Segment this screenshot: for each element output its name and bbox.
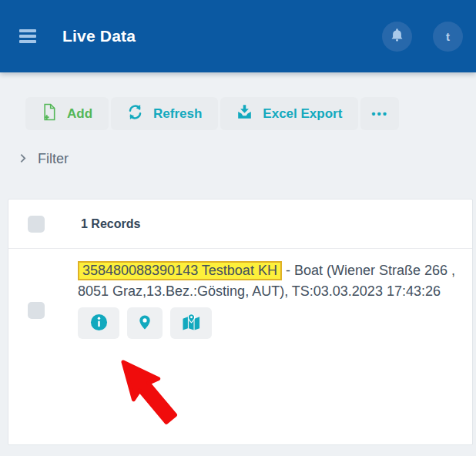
page-title: Live Data [62,27,136,45]
map-view-button[interactable] [170,307,212,339]
toolbar: Add Refresh Excel Export ••• [25,97,476,130]
records-card-header: 1 Records [8,200,472,249]
add-button[interactable]: Add [25,97,109,130]
refresh-icon [127,104,143,124]
record-description: 358480088390143 Testboat KH - Boat (Wien… [78,260,464,302]
user-avatar[interactable]: t [433,22,463,52]
notifications-button[interactable] [382,22,412,52]
download-icon [236,104,253,124]
add-button-label: Add [67,106,92,122]
document-plus-icon [42,102,57,126]
filter-toggle[interactable]: Filter [18,151,110,167]
record-actions [78,307,464,339]
more-actions-button[interactable]: ••• [360,97,399,130]
avatar-initial: t [446,30,450,43]
record-checkbox[interactable] [28,302,45,319]
excel-export-button-label: Excel Export [263,106,342,122]
filter-label: Filter [38,151,69,167]
record-main: 358480088390143 Testboat KH - Boat (Wien… [78,260,464,339]
ellipsis-icon: ••• [371,107,388,120]
record-row[interactable]: 358480088390143 Testboat KH - Boat (Wien… [8,249,472,339]
app-header: Live Data t [0,0,476,72]
bell-icon [389,27,405,46]
folded-map-icon [182,314,201,334]
refresh-button-label: Refresh [153,106,202,122]
location-pin-button[interactable] [127,307,163,339]
records-count: 1 Records [81,217,140,231]
records-card: 1 Records 358480088390143 Testboat KH - … [8,199,473,445]
info-button[interactable] [78,307,119,339]
select-all-checkbox[interactable] [28,216,45,233]
refresh-button[interactable]: Refresh [111,97,218,130]
excel-export-button[interactable]: Excel Export [220,97,358,130]
hamburger-menu-icon[interactable] [19,29,36,43]
record-highlighted-id: 358480088390143 Testboat KH [78,261,282,280]
chevron-right-icon [18,151,28,167]
info-icon [90,314,108,334]
header-actions: t [382,22,463,52]
map-pin-icon [137,314,153,334]
